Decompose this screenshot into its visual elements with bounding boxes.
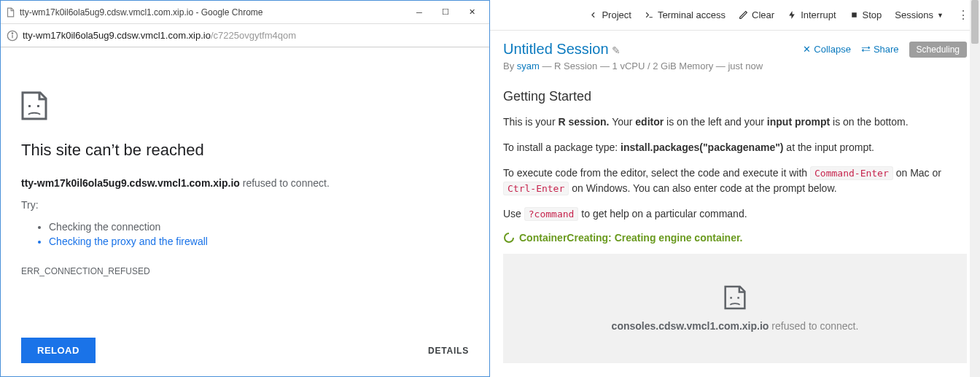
- session-title[interactable]: Untitled Session✎: [503, 41, 621, 58]
- gs-p2: To install a package type: install.packa…: [503, 140, 967, 155]
- gs-p3: To execute code from the editor, select …: [503, 166, 967, 196]
- session-toolbar: Project Terminal access Clear Interrupt …: [490, 0, 980, 31]
- getting-started-heading: Getting Started: [503, 89, 967, 104]
- try-label: Try:: [21, 199, 469, 211]
- more-menu-icon[interactable]: ⋮: [957, 8, 970, 22]
- sessions-dropdown[interactable]: Sessions▼: [895, 9, 944, 20]
- svg-rect-3: [28, 105, 31, 107]
- document-icon: [5, 7, 15, 18]
- scheduling-button[interactable]: Scheduling: [909, 42, 967, 58]
- project-button[interactable]: Project: [588, 9, 631, 20]
- stop-button[interactable]: Stop: [849, 9, 882, 20]
- url-text: tty-wm17k0il6ola5ug9.cdsw.vmcl1.com.xip.…: [23, 30, 296, 41]
- svg-rect-5: [852, 12, 857, 18]
- svg-rect-6: [730, 297, 732, 299]
- terminal-button[interactable]: Terminal access: [645, 9, 726, 20]
- error-heading: This site can’t be reached: [21, 141, 469, 160]
- edit-icon[interactable]: ✎: [612, 44, 621, 56]
- title-bar: tty-wm17k0il6ola5ug9.cdsw.vmcl1.com.xip.…: [1, 1, 489, 24]
- session-subtitle: By syam — R Session — 1 vCPU / 2 GiB Mem…: [503, 61, 967, 71]
- info-icon: [7, 30, 18, 42]
- chrome-window: tty-wm17k0il6ola5ug9.cdsw.vmcl1.com.xip.…: [0, 0, 490, 377]
- clear-button[interactable]: Clear: [739, 9, 774, 20]
- console-error-pane: consoles.cdsw.vmcl1.com.xip.io refused t…: [503, 254, 967, 363]
- error-page: This site can’t be reached tty-wm17k0il6…: [1, 47, 489, 376]
- user-link[interactable]: syam: [517, 61, 540, 71]
- reload-button[interactable]: RELOAD: [21, 338, 96, 363]
- gs-p4: Use ?command to get help on a particular…: [503, 206, 967, 222]
- tip-connection: Checking the connection: [49, 221, 469, 233]
- gs-p1: This is your R session. Your editor is o…: [503, 114, 967, 130]
- container-status: ContainerCreating: Creating engine conta…: [503, 232, 967, 244]
- error-code: ERR_CONNECTION_REFUSED: [21, 266, 469, 276]
- maximize-button[interactable]: ☐: [432, 2, 459, 23]
- minimize-button[interactable]: ─: [406, 2, 432, 23]
- details-button[interactable]: DETAILS: [428, 346, 469, 356]
- sad-document-icon: [724, 285, 746, 310]
- collapse-button[interactable]: ✕ Collapse: [803, 44, 851, 55]
- window-title: tty-wm17k0il6ola5ug9.cdsw.vmcl1.com.xip.…: [20, 7, 406, 18]
- interrupt-button[interactable]: Interrupt: [788, 9, 836, 20]
- share-button[interactable]: ⮂ Share: [861, 44, 899, 55]
- console-error-text: consoles.cdsw.vmcl1.com.xip.io refused t…: [612, 320, 859, 332]
- svg-rect-4: [37, 105, 39, 107]
- error-host-line: tty-wm17k0il6ola5ug9.cdsw.vmcl1.com.xip.…: [21, 177, 469, 189]
- scrollbar[interactable]: [970, 0, 980, 377]
- scrollbar-thumb[interactable]: [971, 0, 979, 44]
- tip-proxy-link[interactable]: Checking the proxy and the firewall: [49, 236, 469, 247]
- svg-rect-7: [737, 297, 739, 299]
- close-button[interactable]: ✕: [459, 2, 485, 23]
- sad-document-icon: [21, 91, 47, 120]
- address-bar[interactable]: tty-wm17k0il6ola5ug9.cdsw.vmcl1.com.xip.…: [1, 24, 489, 47]
- spinner-icon: [503, 232, 515, 244]
- session-panel: Project Terminal access Clear Interrupt …: [490, 0, 980, 377]
- session-content: Getting Started This is your R session. …: [490, 76, 980, 244]
- svg-point-2: [12, 33, 12, 34]
- session-header: Untitled Session✎ ✕ Collapse ⮂ Share Sch…: [490, 31, 980, 76]
